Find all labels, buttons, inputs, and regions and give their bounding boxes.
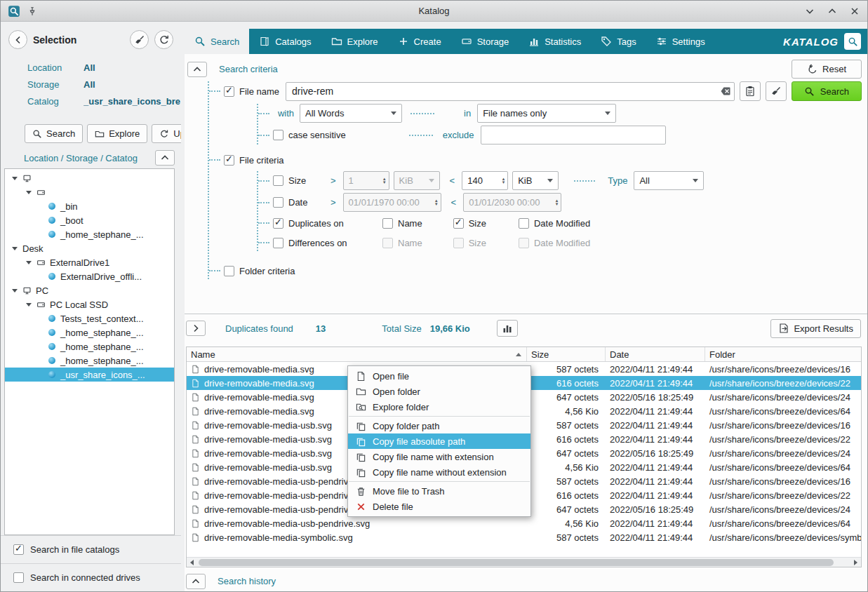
- tree-item-home-stephane[interactable]: _home_stephane_...: [5, 227, 174, 241]
- column-header-date[interactable]: Date: [606, 347, 705, 361]
- menu-item-copy-file-absolute-path[interactable]: Copy file absolute path: [348, 433, 530, 449]
- size-max-unit-select[interactable]: KiB: [512, 171, 559, 190]
- scroll-right-button[interactable]: [850, 558, 861, 567]
- clear-input-icon[interactable]: [720, 86, 731, 97]
- search-button[interactable]: Search: [792, 81, 862, 101]
- table-row[interactable]: drive-removable-media-symbolic.svg587 oc…: [187, 530, 861, 544]
- minimize-icon[interactable]: [804, 6, 815, 17]
- size-min-unit-select[interactable]: KiB: [394, 171, 440, 190]
- pin-icon[interactable]: [27, 6, 37, 16]
- tab-explore[interactable]: Explore: [321, 29, 388, 54]
- checkbox[interactable]: [453, 238, 464, 248]
- tree-item-usr-share-icons[interactable]: _usr_share_icons_...: [5, 368, 174, 382]
- expander-icon[interactable]: [26, 303, 32, 307]
- spinner-arrows-icon[interactable]: ▴▾: [556, 199, 559, 206]
- size-min-spinner[interactable]: 1▴▾: [343, 171, 389, 190]
- checkbox[interactable]: [519, 238, 529, 248]
- date-min-spinner[interactable]: 01/01/1970 00:00▴▾: [343, 193, 441, 212]
- tab-create[interactable]: Create: [388, 29, 451, 54]
- column-header-name[interactable]: Name: [187, 347, 527, 361]
- spinner-arrows-icon[interactable]: ▴▾: [435, 199, 438, 206]
- exclude-input[interactable]: [481, 126, 666, 144]
- tree-item-item[interactable]: [5, 185, 174, 199]
- tab-storage[interactable]: Storage: [451, 29, 519, 54]
- paste-button[interactable]: [740, 81, 761, 101]
- tab-catalogs[interactable]: Catalogs: [249, 29, 321, 54]
- search-button[interactable]: Search: [25, 124, 83, 143]
- size-checkbox[interactable]: [273, 175, 283, 186]
- tree-item-pc-local-ssd[interactable]: PC Local SSD: [5, 297, 174, 311]
- option-search-in-file-catalogs[interactable]: Search in file catalogs: [1, 536, 181, 563]
- tree-item-tests-test-context[interactable]: Tests_test_context...: [5, 311, 174, 325]
- clear-criteria-button[interactable]: [766, 81, 787, 101]
- explore-button[interactable]: Explore: [87, 124, 147, 143]
- case-sensitive-checkbox[interactable]: [273, 130, 283, 140]
- spinner-arrows-icon[interactable]: ▴▾: [502, 177, 505, 184]
- column-header-folder[interactable]: Folder: [705, 347, 861, 361]
- tab-settings[interactable]: Settings: [646, 29, 715, 54]
- menu-item-copy-folder-path[interactable]: Copy folder path: [348, 418, 530, 433]
- menu-item-open-folder[interactable]: Open folder: [348, 384, 530, 399]
- scrollbar-track[interactable]: [197, 558, 850, 567]
- match-mode-select[interactable]: All Words: [300, 104, 402, 123]
- option-name[interactable]: Name: [382, 238, 422, 248]
- reset-button[interactable]: Reset: [792, 60, 862, 79]
- date-max-spinner[interactable]: 01/01/2030 00:00▴▾: [463, 193, 561, 212]
- option-date-modified[interactable]: Date Modified: [519, 238, 590, 248]
- export-results-button[interactable]: Export Results: [770, 319, 861, 338]
- expander-icon[interactable]: [12, 289, 18, 292]
- date-checkbox[interactable]: [273, 197, 283, 208]
- type-select[interactable]: All: [634, 171, 704, 190]
- catalog-tree[interactable]: _bin_boot_home_stephane_...DeskExternalD…: [4, 168, 175, 535]
- expand-results-button[interactable]: [186, 321, 206, 336]
- folder-criteria-checkbox[interactable]: [224, 266, 234, 276]
- tree-item-item[interactable]: [5, 171, 174, 185]
- checkbox[interactable]: [519, 218, 529, 229]
- option-date-modified[interactable]: Date Modified: [519, 218, 590, 229]
- show-chart-button[interactable]: [497, 320, 518, 337]
- menu-item-explore-folder[interactable]: Explore folder: [348, 399, 530, 415]
- tab-search[interactable]: Search: [185, 29, 249, 54]
- duplicates-checkbox[interactable]: [273, 218, 283, 229]
- tree-item-externaldrive1[interactable]: ExternalDrive1: [5, 255, 174, 269]
- tree-item-pc[interactable]: PC: [5, 283, 174, 297]
- expander-icon[interactable]: [26, 191, 32, 194]
- tab-tags[interactable]: Tags: [591, 29, 646, 54]
- tree-item-externaldrive-offli[interactable]: ExternalDrive_offli...: [5, 269, 174, 283]
- scrollbar-thumb[interactable]: [199, 559, 834, 566]
- option-size[interactable]: Size: [453, 218, 486, 229]
- menu-item-delete-file[interactable]: Delete file: [348, 499, 530, 514]
- file-name-checkbox[interactable]: [224, 86, 234, 97]
- tree-item-bin[interactable]: _bin: [5, 199, 174, 213]
- spinner-arrows-icon[interactable]: ▴▾: [383, 177, 386, 184]
- refresh-selection-button[interactable]: [154, 30, 173, 49]
- clear-selection-button[interactable]: [130, 30, 149, 49]
- search-in-select[interactable]: File names only: [477, 104, 616, 123]
- close-icon[interactable]: [849, 6, 860, 17]
- collapse-history-button[interactable]: [186, 574, 206, 589]
- menu-item-copy-file-name-with-extension[interactable]: Copy file name with extension: [348, 449, 530, 464]
- expander-icon[interactable]: [12, 247, 18, 250]
- differences-checkbox[interactable]: [273, 238, 283, 248]
- maximize-icon[interactable]: [827, 6, 838, 17]
- option-size[interactable]: Size: [453, 238, 486, 248]
- checkbox[interactable]: [382, 218, 393, 229]
- expander-icon[interactable]: [26, 261, 32, 264]
- menu-item-move-file-to-trash[interactable]: Move file to Trash: [348, 483, 530, 499]
- file-name-input[interactable]: [286, 82, 735, 101]
- tree-item-home-stephane[interactable]: _home_stephane_...: [5, 325, 174, 339]
- table-row[interactable]: drive-removable-media-usb-pendrive.svg4,…: [187, 516, 861, 530]
- checkbox[interactable]: [13, 572, 24, 583]
- option-name[interactable]: Name: [382, 218, 422, 229]
- option-search-in-connected-drives[interactable]: Search in connected drives: [1, 564, 181, 591]
- checkbox[interactable]: [382, 238, 393, 248]
- collapse-criteria-button[interactable]: [187, 62, 207, 77]
- checkbox[interactable]: [13, 544, 24, 555]
- menu-item-copy-file-name-without-extension[interactable]: Copy file name without extension: [348, 464, 530, 480]
- tree-item-home-stephane[interactable]: _home_stephane_...: [5, 339, 174, 354]
- size-max-spinner[interactable]: 140▴▾: [462, 171, 508, 190]
- back-button[interactable]: [8, 30, 27, 49]
- file-criteria-checkbox[interactable]: [224, 155, 234, 166]
- column-header-size[interactable]: Size: [527, 347, 606, 361]
- tree-item-desk[interactable]: Desk: [5, 241, 174, 255]
